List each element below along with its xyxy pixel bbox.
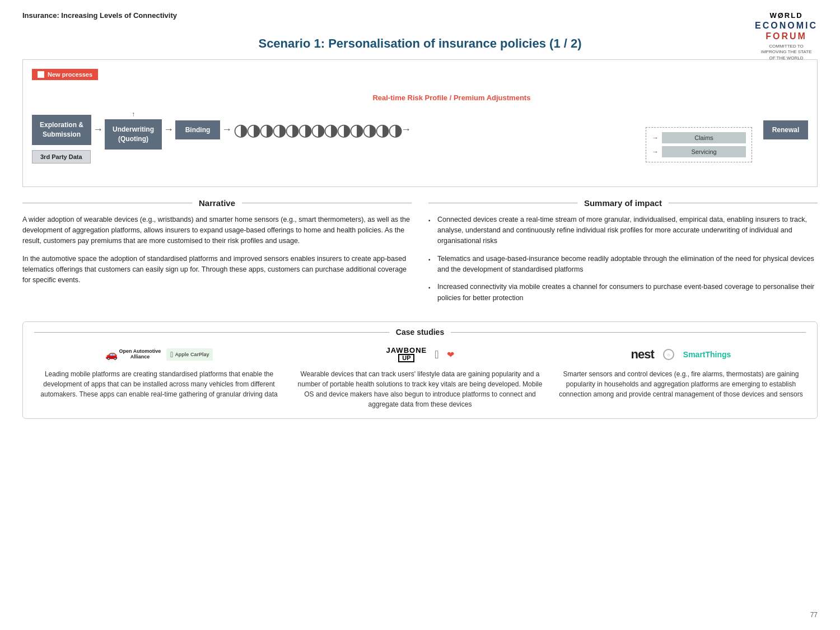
apple-icon:  xyxy=(170,350,173,359)
carplay-label: Apple CarPlay xyxy=(175,352,209,357)
impact-bullet-1: Connected devices create a real-time str… xyxy=(428,214,818,247)
arrow-wave: → xyxy=(401,124,411,136)
new-processes-badge: New processes xyxy=(32,69,98,80)
automotive-logos: 🚗 Open AutomotiveAlliance  Apple CarPla… xyxy=(34,344,284,365)
narrative-para-1: A wider adoption of wearable devices (e.… xyxy=(22,214,412,247)
flow-wrapper: Real-time Risk Profile / Premium Adjustm… xyxy=(32,110,808,150)
oaa-logo: 🚗 Open AutomotiveAlliance xyxy=(105,348,161,361)
smartthings-logo: SmartThings xyxy=(683,350,731,359)
case-col-smarthome: nest ○ SmartThings Smarter sensors and c… xyxy=(556,344,806,409)
circle-icon: ○ xyxy=(663,349,674,360)
narrative-section: Narrative A wider adoption of wearable d… xyxy=(22,198,818,311)
apple-logo-wearable:  xyxy=(435,348,438,361)
narrative-column: Narrative A wider adoption of wearable d… xyxy=(22,198,412,311)
automotive-text: Leading mobile platforms are creating st… xyxy=(34,369,284,399)
arrow-3: → xyxy=(220,124,234,136)
wearable-text: Wearable devices that can track users' l… xyxy=(295,369,545,409)
third-party-box: 3rd Party Data xyxy=(32,150,91,164)
impact-column: Summary of impact Connected devices crea… xyxy=(428,198,818,311)
jawbone-logo: JAWBONE UP xyxy=(386,347,427,362)
arrow-2: → xyxy=(162,124,175,136)
wef-logo: WØRLD ECONOMIC FORUM COMMITTED TOIMPROVI… xyxy=(755,11,818,61)
process-box-binding: Binding xyxy=(175,120,220,139)
page-header: Insurance: Increasing Levels of Connecti… xyxy=(22,11,818,20)
impact-list: Connected devices create a real-time str… xyxy=(428,214,818,304)
smarthome-logos: nest ○ SmartThings xyxy=(556,344,806,365)
badge-square xyxy=(38,71,44,78)
heart-icon: ❤ xyxy=(447,349,454,360)
case-studies-title: Case studies xyxy=(34,328,806,337)
case-col-wearable: JAWBONE UP  ❤ Wearable devices that can… xyxy=(295,344,545,409)
wearable-logos: JAWBONE UP  ❤ xyxy=(295,344,545,365)
case-studies-columns: 🚗 Open AutomotiveAlliance  Apple CarPla… xyxy=(34,344,806,409)
wave-icons: ◑◑◑◑◑◑◑◑◑◑◑◑◑ → xyxy=(234,120,763,139)
process-box-renewal: Renewal xyxy=(763,120,808,139)
process-box-underwriting: Underwriting(Quoting) xyxy=(105,119,162,150)
nest-logo: nest xyxy=(631,347,654,362)
case-studies-section: Case studies 🚗 Open AutomotiveAlliance … xyxy=(22,321,818,419)
main-flow-row: Exploration &Submission → ↑ Underwriting… xyxy=(32,110,808,150)
process-box-exploration: Exploration &Submission xyxy=(32,115,91,145)
flow-top-label: Real-time Risk Profile / Premium Adjustm… xyxy=(372,94,530,102)
smarthome-text: Smarter sensors and control devices (e.g… xyxy=(556,369,806,399)
apple-carplay-logo:  Apple CarPlay xyxy=(166,348,213,361)
wave-display: ◑◑◑◑◑◑◑◑◑◑◑◑◑ xyxy=(234,120,401,139)
page-number: 77 xyxy=(810,611,818,619)
impact-bullet-2: Telematics and usage-based-insurance bec… xyxy=(428,254,818,276)
impact-title: Summary of impact xyxy=(428,198,818,208)
up-arrow: ↑ xyxy=(132,110,135,118)
narrative-para-2: In the automotive space the adoption of … xyxy=(22,254,412,286)
impact-bullet-3: Increased connectivity via mobile create… xyxy=(428,282,818,304)
section-title: Scenario 1: Personalisation of insurance… xyxy=(22,36,818,51)
arrow-1: → xyxy=(91,124,105,136)
case-col-automotive: 🚗 Open AutomotiveAlliance  Apple CarPla… xyxy=(34,344,284,409)
diagram-box: New processes Real-time Risk Profile / P… xyxy=(22,59,818,187)
narrative-title: Narrative xyxy=(22,198,412,208)
